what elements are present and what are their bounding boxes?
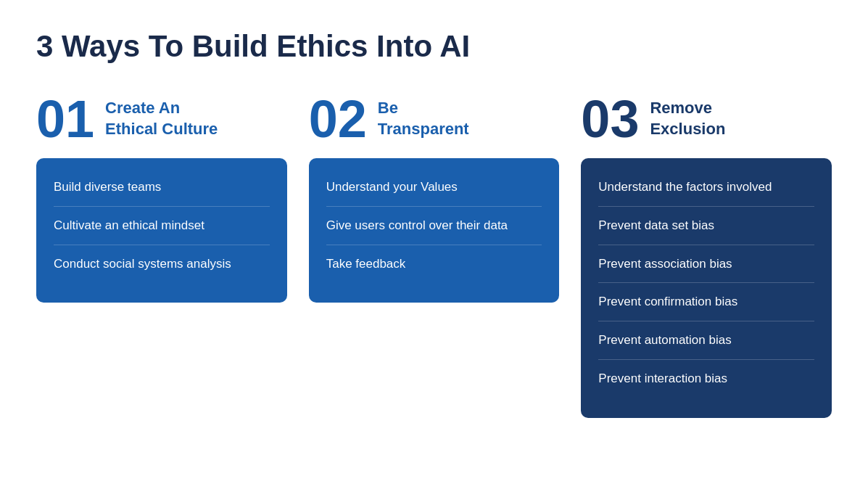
- list-item: Take feedback: [326, 245, 542, 283]
- column-2-card: Understand your Values Give users contro…: [309, 158, 560, 303]
- column-3: 03 Remove Exclusion Understand the facto…: [581, 93, 832, 418]
- column-1: 01 Create An Ethical Culture Build diver…: [36, 93, 287, 303]
- list-item: Conduct social systems analysis: [54, 245, 270, 283]
- column-1-card: Build diverse teams Cultivate an ethical…: [36, 158, 287, 303]
- list-item: Understand the factors involved: [598, 179, 814, 207]
- column-2: 02 Be Transparent Understand your Values…: [309, 93, 560, 303]
- list-item: Prevent data set bias: [598, 207, 814, 245]
- column-3-card: Understand the factors involved Prevent …: [581, 158, 832, 418]
- page-container: 3 Ways To Build Ethics Into AI 01 Create…: [0, 0, 868, 484]
- column-1-header: 01 Create An Ethical Culture: [36, 93, 287, 145]
- list-item: Give users control over their data: [326, 207, 542, 245]
- column-2-header: 02 Be Transparent: [309, 93, 560, 145]
- list-item: Prevent confirmation bias: [598, 283, 814, 321]
- list-item: Prevent automation bias: [598, 321, 814, 360]
- list-item: Prevent association bias: [598, 245, 814, 284]
- list-item: Prevent interaction bias: [598, 360, 814, 398]
- column-3-number: 03: [581, 93, 639, 145]
- column-2-number: 02: [309, 93, 367, 145]
- list-item: Understand your Values: [326, 179, 542, 207]
- list-item: Build diverse teams: [54, 179, 270, 207]
- page-title: 3 Ways To Build Ethics Into AI: [36, 29, 832, 64]
- column-2-title: Be Transparent: [378, 98, 469, 139]
- column-1-title: Create An Ethical Culture: [105, 98, 218, 139]
- column-3-title: Remove Exclusion: [650, 98, 725, 139]
- column-3-header: 03 Remove Exclusion: [581, 93, 832, 145]
- list-item: Cultivate an ethical mindset: [54, 207, 270, 245]
- columns-container: 01 Create An Ethical Culture Build diver…: [36, 93, 832, 418]
- column-1-number: 01: [36, 93, 94, 145]
